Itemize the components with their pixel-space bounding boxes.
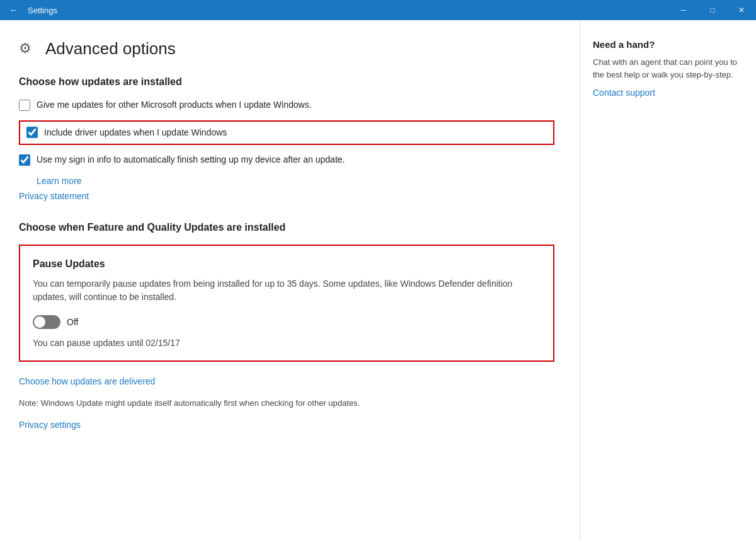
sidebar-help-desc: Chat with an agent that can point you to… <box>593 56 743 81</box>
section2-heading: Choose when Feature and Quality Updates … <box>19 222 554 233</box>
checkbox-row-1: Give me updates for other Microsoft prod… <box>19 99 554 112</box>
content-area: ⚙ Advanced options Choose how updates ar… <box>0 20 756 542</box>
maximize-icon: □ <box>710 6 714 14</box>
learn-more-link[interactable]: Learn more <box>37 176 82 186</box>
back-icon: ← <box>9 5 18 15</box>
toggle-state-label: Off <box>67 317 78 327</box>
back-button[interactable]: ← <box>5 1 23 19</box>
close-button[interactable]: ✕ <box>727 0 756 20</box>
page-title: Advanced options <box>45 39 176 59</box>
checkbox-row-3: Use my sign in info to automatically fin… <box>19 154 554 166</box>
privacy-statement-container: Privacy statement <box>19 190 554 202</box>
privacy-settings-container: Privacy settings <box>19 419 554 430</box>
pause-updates-description: You can temporarily pause updates from b… <box>33 277 541 304</box>
toggle-knob <box>34 316 45 328</box>
privacy-settings-link[interactable]: Privacy settings <box>19 420 81 430</box>
close-icon: ✕ <box>738 6 745 14</box>
main-content: ⚙ Advanced options Choose how updates ar… <box>0 20 580 542</box>
checkbox-signin-info-label[interactable]: Use my sign in info to automatically fin… <box>37 154 345 166</box>
page-header: ⚙ Advanced options <box>19 39 554 59</box>
checkbox-other-products[interactable] <box>19 100 30 111</box>
checkbox-other-products-label[interactable]: Give me updates for other Microsoft prod… <box>37 99 312 112</box>
titlebar: ← Settings ─ □ ✕ <box>0 0 756 20</box>
sidebar: Need a hand? Chat with an agent that can… <box>580 20 756 542</box>
how-updates-delivered-link[interactable]: Choose how updates are delivered <box>19 376 155 386</box>
bottom-section: Choose how updates are delivered <box>19 376 554 387</box>
privacy-statement-link[interactable]: Privacy statement <box>19 191 89 201</box>
toggle-row: Off <box>33 315 541 329</box>
pause-updates-title: Pause Updates <box>33 258 541 270</box>
titlebar-controls: ─ □ ✕ <box>669 0 756 20</box>
checkbox-include-driver-updates[interactable] <box>26 127 38 138</box>
minimize-button[interactable]: ─ <box>669 0 698 20</box>
include-driver-updates-row: Include driver updates when I update Win… <box>19 120 554 146</box>
titlebar-title: Settings <box>28 6 57 15</box>
note-text: Note: Windows Update might update itself… <box>19 397 554 410</box>
checkbox-signin-info[interactable] <box>19 154 30 166</box>
pause-until-text: You can pause updates until 02/15/17 <box>33 338 541 348</box>
main-window: ⚙ Advanced options Choose how updates ar… <box>0 20 756 542</box>
pause-toggle[interactable] <box>33 315 60 329</box>
checkbox-include-driver-updates-label[interactable]: Include driver updates when I update Win… <box>44 127 227 139</box>
pause-updates-box: Pause Updates You can temporarily pause … <box>19 245 554 362</box>
section2: Choose when Feature and Quality Updates … <box>19 222 554 233</box>
contact-support-link[interactable]: Contact support <box>593 88 655 98</box>
titlebar-left: ← Settings <box>5 1 57 19</box>
sidebar-help-title: Need a hand? <box>593 39 743 50</box>
maximize-button[interactable]: □ <box>698 0 727 20</box>
section1-heading: Choose how updates are installed <box>19 76 554 88</box>
gear-icon: ⚙ <box>19 40 37 58</box>
signin-row: Use my sign in info to automatically fin… <box>19 154 554 187</box>
minimize-icon: ─ <box>681 6 687 14</box>
